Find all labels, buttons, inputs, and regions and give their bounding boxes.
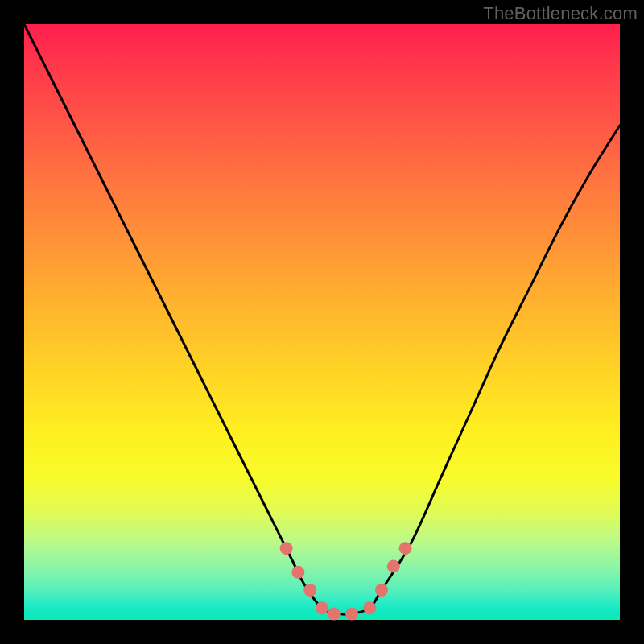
- curve-marker: [363, 601, 376, 614]
- curve-marker: [280, 542, 293, 555]
- curve-markers: [280, 542, 412, 620]
- plot-area: [24, 24, 620, 620]
- curve-marker: [328, 608, 341, 621]
- curve-marker: [387, 559, 400, 572]
- curve-marker: [375, 584, 388, 597]
- watermark-text: TheBottleneck.com: [483, 3, 638, 24]
- curve-marker: [291, 566, 304, 579]
- curve-marker: [303, 584, 316, 597]
- curve-svg: [24, 24, 620, 620]
- curve-marker: [345, 608, 358, 621]
- curve-marker: [399, 542, 412, 555]
- bottleneck-curve: [24, 24, 620, 615]
- curve-marker: [316, 601, 328, 614]
- chart-frame: TheBottleneck.com: [0, 0, 644, 644]
